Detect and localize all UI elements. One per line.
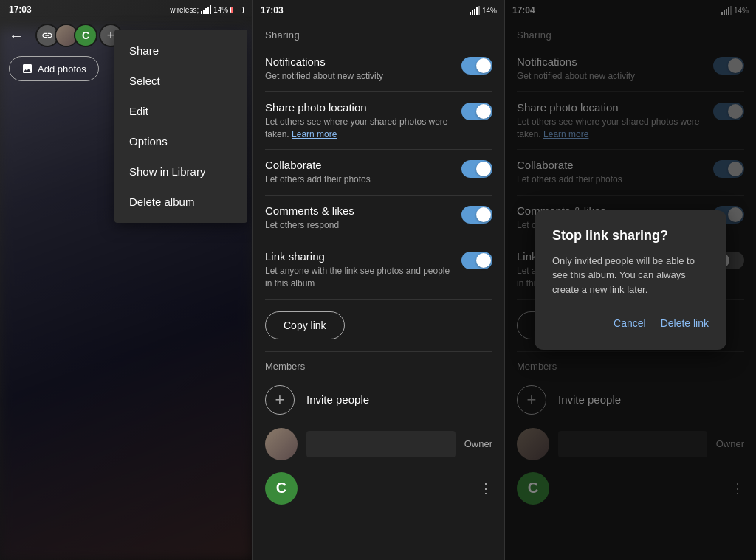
svg-rect-6	[472, 10, 473, 15]
avatar-group: C	[35, 24, 97, 47]
notifications-toggle-mid[interactable]	[461, 57, 492, 75]
image-icon	[21, 63, 33, 75]
status-bar-left: 17:03 wireless; 14%	[0, 0, 252, 21]
collaborate-desc-mid: Let others add their photos	[265, 173, 453, 186]
location-toggle-mid[interactable]	[461, 103, 492, 120]
invite-label-mid: Invite people	[306, 393, 369, 406]
svg-rect-0	[201, 11, 202, 14]
battery-left: 14%	[213, 6, 244, 14]
member-more-button-mid[interactable]: ⋮	[479, 480, 492, 497]
panel-right: 17:04 14% Sharing Notifications Get noti…	[504, 0, 756, 560]
back-button[interactable]: ←	[9, 27, 24, 44]
signal-icon	[201, 5, 211, 14]
sharing-content-mid: Sharing Notifications Get notified about…	[253, 21, 504, 560]
menu-select[interactable]: Select	[114, 66, 247, 96]
dialog-delete-link-button[interactable]: Delete link	[661, 314, 709, 332]
location-desc-mid: Let others see where your shared photos …	[265, 116, 453, 141]
svg-rect-9	[478, 6, 480, 15]
dialog-desc: Only invited people will be able to see …	[552, 254, 709, 297]
status-bar-mid: 17:03 14%	[253, 0, 504, 21]
svg-rect-3	[207, 7, 209, 14]
panel-middle: 17:03 14% Sharing Notifications Get noti…	[252, 0, 504, 560]
stop-link-dialog: Stop link sharing? Only invited people w…	[535, 210, 726, 350]
menu-show-in-library[interactable]: Show in Library	[114, 156, 247, 187]
setting-comments-mid: Comments & likes Let others respond	[265, 196, 492, 241]
svg-rect-5	[470, 12, 471, 15]
comments-desc-mid: Let others respond	[265, 219, 453, 232]
menu-edit[interactable]: Edit	[114, 96, 247, 126]
svg-rect-8	[476, 7, 478, 15]
member-row-2-mid: C ⋮	[265, 466, 492, 511]
time-mid: 17:03	[261, 5, 284, 15]
menu-delete-album[interactable]: Delete album	[114, 187, 247, 217]
member-name-1-mid	[306, 431, 456, 457]
time-left: 17:03	[9, 4, 32, 15]
notifications-desc-mid: Get notified about new activity	[265, 70, 453, 83]
link-desc-mid: Let anyone with the link see photos and …	[265, 265, 453, 290]
learn-more-link-mid[interactable]: Learn more	[292, 129, 337, 139]
comments-title-mid: Comments & likes	[265, 204, 453, 217]
add-photos-label: Add photos	[38, 63, 86, 75]
comments-toggle-mid[interactable]	[461, 206, 492, 224]
copy-link-button-mid[interactable]: Copy link	[265, 311, 345, 339]
menu-options[interactable]: Options	[114, 126, 247, 156]
menu-share[interactable]: Share	[114, 35, 247, 66]
setting-collaborate-mid: Collaborate Let others add their photos	[265, 150, 492, 196]
invite-plus-icon-mid: +	[265, 385, 295, 415]
status-icons-left: wireless; 14%	[170, 5, 244, 14]
svg-rect-7	[474, 9, 475, 15]
context-menu: Share Select Edit Options Show in Librar…	[114, 30, 247, 223]
dialog-cancel-button[interactable]: Cancel	[614, 314, 646, 332]
status-icons-mid: 14%	[470, 6, 497, 15]
dialog-title: Stop link sharing?	[552, 228, 709, 243]
dialog-overlay: Stop link sharing? Only invited people w…	[505, 0, 756, 560]
link-toggle-mid[interactable]	[461, 252, 492, 269]
member-green-avatar-mid: C	[265, 472, 298, 505]
collaborate-title-mid: Collaborate	[265, 159, 453, 171]
member-avatar-1-mid	[265, 428, 298, 460]
setting-notifications-mid: Notifications Get notified about new act…	[265, 46, 492, 92]
member-row-1-mid: Owner	[265, 422, 492, 466]
setting-link-mid: Link sharing Let anyone with the link se…	[265, 241, 492, 300]
svg-rect-1	[203, 10, 205, 14]
dialog-actions: Cancel Delete link	[552, 314, 709, 332]
collaborate-toggle-mid[interactable]	[461, 160, 492, 178]
svg-rect-2	[205, 8, 207, 14]
battery-mid: 14%	[482, 7, 497, 15]
panel-left: 17:03 wireless; 14% ←	[0, 0, 252, 560]
invite-people-mid[interactable]: + Invite people	[265, 378, 492, 422]
add-photos-button[interactable]: Add photos	[9, 56, 99, 81]
notifications-title-mid: Notifications	[265, 55, 453, 68]
location-title-mid: Share photo location	[265, 101, 453, 114]
sharing-label-mid: Sharing	[265, 21, 492, 46]
wifi-icon: wireless;	[170, 6, 199, 14]
svg-rect-4	[210, 5, 211, 14]
signal-icon-mid	[470, 6, 480, 15]
members-label-mid: Members	[265, 352, 492, 378]
setting-location-mid: Share photo location Let others see wher…	[265, 92, 492, 151]
member-owner-1-mid: Owner	[464, 438, 492, 449]
link-title-mid: Link sharing	[265, 250, 453, 263]
avatar-c: C	[74, 24, 97, 47]
